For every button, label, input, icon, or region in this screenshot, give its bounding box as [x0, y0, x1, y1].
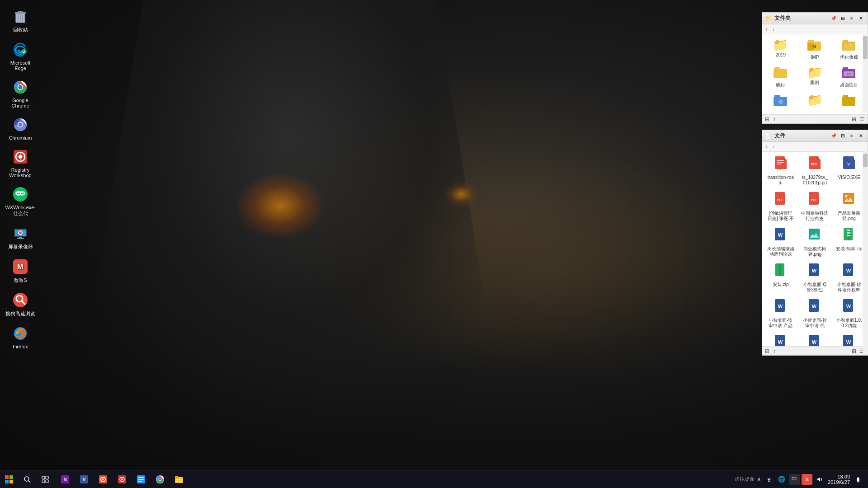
notification-center-icon[interactable]: [853, 474, 863, 485]
tray-network-icon[interactable]: 🌐: [776, 474, 787, 485]
taskbar-visio[interactable]: V: [75, 470, 93, 488]
tray-sogou[interactable]: S: [802, 474, 812, 485]
taskbar-search-button[interactable]: [18, 470, 36, 488]
folder-youhua-icon: [842, 39, 856, 54]
minimize-button-1[interactable]: ⊟: [839, 15, 847, 22]
pin-button-2[interactable]: 📌: [830, 132, 838, 140]
menu-button-1[interactable]: ≡: [848, 15, 856, 22]
pin-button-1[interactable]: 📌: [830, 15, 838, 22]
img-shangye-label: 商业模式构建.png: [801, 246, 828, 257]
task-view-button[interactable]: [36, 470, 54, 488]
taskbar-file-explorer[interactable]: [170, 470, 188, 488]
status-icon-2b[interactable]: ↑: [773, 348, 776, 354]
pdf-transition-icon: PDF: [774, 156, 788, 174]
file-item-word-xzq8[interactable]: W 小智桌面: [833, 333, 865, 346]
visio-icon: V: [842, 156, 856, 174]
file-item-pdf-transition[interactable]: PDF transition-road-: [765, 155, 797, 188]
file-item-word-xzq2[interactable]: W 小智桌面·软件著作权申: [833, 262, 865, 295]
close-button-1[interactable]: ✕: [857, 15, 865, 22]
svg-rect-53: [843, 95, 848, 99]
view-grid-icon-2[interactable]: ⊞: [852, 348, 856, 354]
file-item-special2[interactable]: 📁: [799, 92, 831, 112]
view-list-icon-1[interactable]: ☰: [860, 116, 865, 122]
file-item-pdf-jinguan[interactable]: PDF [倡敏洪管理日志] 张熹 不: [765, 190, 797, 223]
desktop-icon-maxs[interactable]: M 傲游S: [2, 255, 38, 286]
file-item-word-xzq7[interactable]: W 小柘桌面官: [799, 333, 831, 346]
tray-expand-icon[interactable]: ∧: [757, 476, 761, 482]
desktop-icon-screen-recorder[interactable]: 屏幕录像器: [2, 221, 38, 253]
scrollbar-1[interactable]: [863, 34, 868, 113]
file-item-imp[interactable]: M IMP: [799, 37, 831, 62]
file-item-visio[interactable]: V VISIO.EXE: [833, 155, 865, 188]
file-item-zip-anzhuang[interactable]: 安装·制本.zip: [833, 226, 865, 259]
toolbar-btn-down-1[interactable]: ↓: [771, 26, 776, 32]
file-item-special1[interactable]: [765, 92, 797, 112]
img-shangye-icon: [808, 228, 821, 245]
file-item-pdf-ts[interactable]: PDF ts_10279cv_010201p.pd: [799, 155, 831, 188]
taskbar-registry-workshop[interactable]: [113, 470, 131, 488]
file-item-word-xzq5[interactable]: W 小智桌面1.0.0.2功能: [833, 297, 865, 330]
svg-text:PDF: PDF: [777, 167, 784, 170]
file-item-2019[interactable]: 📁 2019: [765, 37, 797, 62]
scrollbar-thumb-2[interactable]: [863, 154, 868, 167]
folder-youhua-label: 优化收藏: [840, 55, 858, 60]
taskbar-onenote[interactable]: N: [56, 470, 74, 488]
registry-workshop-label: Registry Workshop: [4, 167, 37, 178]
img-chanpin-icon: [842, 192, 856, 210]
file-item-anli[interactable]: 📁 案例: [799, 65, 831, 89]
desktop-icon-edge[interactable]: Microsoft Edge: [2, 38, 38, 74]
svg-text:N: N: [63, 477, 66, 482]
menu-button-2[interactable]: ≡: [848, 132, 856, 140]
pdf-jinguan-icon: PDF: [774, 192, 788, 210]
svg-point-133: [858, 481, 859, 482]
file-item-word-xzq1[interactable]: W 小智桌面-Q管360过: [799, 262, 831, 295]
taskbar-chrome[interactable]: [151, 470, 169, 488]
desktop-icon-firefox[interactable]: Firefox: [2, 322, 38, 352]
status-icon-1b[interactable]: ↑: [773, 116, 776, 122]
maxs-icon: M: [11, 258, 29, 276]
word-xzq6-icon: W: [774, 335, 788, 346]
desktop-icon-chromium[interactable]: Chromium: [2, 113, 38, 143]
file-item-desktop-img[interactable]: SP 桌面项目: [833, 65, 865, 89]
close-button-2[interactable]: ✕: [857, 132, 865, 140]
toolbar-btn-up-2[interactable]: ↑: [764, 144, 769, 150]
scrollbar-2[interactable]: [863, 151, 868, 355]
desktop-icon-recycle-bin[interactable]: 回收站: [2, 5, 38, 36]
file-window-files: 📄 文件 📌 ⊟ ≡ ✕ ↑ ↓: [762, 130, 868, 356]
word-xzq7-icon: W: [808, 335, 821, 346]
svg-rect-30: [17, 238, 24, 239]
tray-wifi-icon[interactable]: [764, 474, 774, 485]
file-item-word-xzq4[interactable]: W 小智桌面-软审申请-代: [799, 297, 831, 330]
file-item-zip2[interactable]: 安装.zip: [765, 262, 797, 295]
status-icon-2a[interactable]: ⊟: [765, 348, 769, 354]
desktop-icon-sogou[interactable]: 搜狗高速浏览: [2, 288, 38, 320]
taskbar-app-red[interactable]: [94, 470, 112, 488]
file-item-word-xzq6[interactable]: W 小智桌面: [765, 333, 797, 346]
view-grid-icon-1[interactable]: ⊞: [852, 116, 856, 122]
file-item-youhua[interactable]: 优化收藏: [833, 37, 865, 62]
desktop-icon-registry-workshop[interactable]: Registry Workshop: [2, 145, 38, 181]
taskbar-reader[interactable]: [132, 470, 150, 488]
tray-volume-icon[interactable]: [814, 474, 825, 485]
toolbar-btn-up-1[interactable]: ↑: [764, 26, 769, 32]
svg-rect-2: [18, 11, 23, 12]
scrollbar-thumb-1[interactable]: [863, 36, 868, 59]
folder-special3-icon: [842, 94, 856, 109]
taskbar-clock[interactable]: 18:09 2019/6/27: [828, 474, 850, 485]
file-item-img-shangye[interactable]: 商业模式构建.png: [799, 226, 831, 259]
chromium-icon: [11, 116, 29, 134]
toolbar-btn-down-2[interactable]: ↓: [771, 144, 776, 150]
tray-lang-cn[interactable]: 中: [789, 474, 800, 485]
file-item-special3[interactable]: [833, 92, 865, 112]
file-item-word-zhouchang[interactable]: W 周长涌编撰涌动周刊论论: [765, 226, 797, 259]
file-item-img-chanpin[interactable]: 产品发展路径.png: [833, 190, 865, 223]
desktop-icon-google-chrome[interactable]: Google Chrome: [2, 75, 38, 111]
status-icon-1a[interactable]: ⊟: [765, 116, 769, 122]
minimize-button-2[interactable]: ⊟: [839, 132, 847, 140]
start-button[interactable]: [0, 470, 18, 488]
file-item-pdf-zhongguo[interactable]: PDF 中国金融科技行业白皮: [799, 190, 831, 223]
desktop-icon-wxwork[interactable]: WXWork.exe·仕么代: [2, 183, 38, 220]
file-item-word-xzq3[interactable]: W 小智桌面-软审申请-产品: [765, 297, 797, 330]
svg-text:W: W: [778, 339, 783, 345]
file-item-zhuyi[interactable]: 瞩目: [765, 65, 797, 89]
